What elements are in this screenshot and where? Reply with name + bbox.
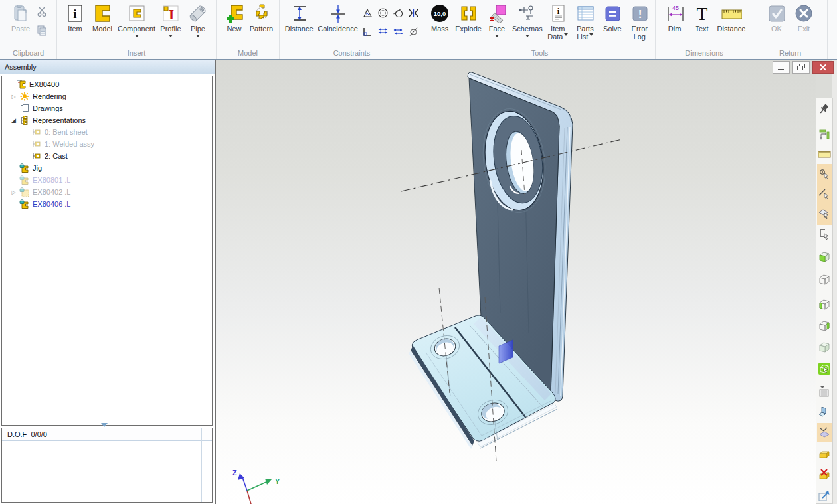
part-locked-faded-icon (19, 175, 30, 185)
diameter-constraint-button[interactable] (406, 22, 421, 41)
tree-item-jig[interactable]: Jig (2, 162, 212, 174)
viewport-3d[interactable]: Z Y (215, 60, 816, 504)
distance-constraint-icon (288, 3, 310, 24)
group-label-clipboard: Clipboard (1, 48, 55, 59)
face-button[interactable]: Face (484, 2, 510, 40)
equal-distance-constraint-button[interactable] (375, 22, 391, 41)
ribbon-group-dimensions: 45 Dim T Text Distance Dimensions (656, 0, 753, 59)
perpendicular-constraint-button[interactable] (360, 22, 375, 41)
distance-constraint-button[interactable]: Distance (282, 2, 316, 33)
select-plane-icon (818, 207, 831, 220)
tree-item-ex80406[interactable]: EX80406 .L (2, 198, 212, 210)
tree-item-cast[interactable]: 2: Cast (2, 150, 212, 162)
angle-constraint-button[interactable] (360, 3, 375, 22)
explode-button[interactable]: Explode (454, 2, 483, 33)
pipe-icon (187, 3, 209, 24)
distance-measure-button[interactable]: Distance (716, 2, 747, 33)
tree-item-welded-assy[interactable]: 1: Welded assy (2, 138, 212, 150)
shaded-box-button[interactable] (818, 341, 831, 354)
group-label-insert: Insert (58, 48, 215, 59)
bracket-part-button[interactable] (818, 406, 831, 419)
coincidence-icon (327, 3, 348, 24)
tree-item-ex80801[interactable]: EX80801 .L (2, 174, 212, 186)
face-dropdown-icon[interactable] (495, 35, 499, 39)
close-button[interactable] (812, 61, 834, 74)
text-button[interactable]: T Text (689, 2, 715, 33)
parts-list-button[interactable]: Parts List (572, 2, 599, 41)
bin-button[interactable] (818, 448, 831, 462)
item-button[interactable]: i Item (62, 2, 88, 33)
dim-button[interactable]: 45 Dim (662, 2, 688, 33)
expander-collapsed-icon[interactable]: ▷ (8, 94, 19, 100)
wire-box-button[interactable] (818, 273, 831, 286)
ok-button[interactable]: OK (763, 2, 790, 33)
exit-button[interactable]: Exit (790, 2, 817, 33)
pattern-button[interactable]: Pattern (248, 2, 275, 33)
restore-button[interactable] (792, 61, 810, 74)
constraint-mini-grid (360, 3, 421, 41)
svg-text:45: 45 (672, 5, 679, 11)
schemas-button[interactable]: Schemas (511, 2, 544, 40)
parts-list-dropdown-icon (589, 33, 593, 38)
tree-item-rendering[interactable]: ▷ Rendering (2, 90, 212, 102)
tree-item-ex80402[interactable]: ▷ EX80402 .L (2, 186, 212, 198)
tangent-constraint-button[interactable] (391, 3, 406, 22)
copy-button[interactable] (35, 23, 49, 37)
svg-text:I: I (169, 7, 174, 23)
tree-item-bent-sheet[interactable]: 0: Bent sheet (2, 126, 212, 138)
assembly-doc-icon (16, 79, 27, 90)
bin-delete-button[interactable] (818, 468, 831, 481)
model-button[interactable]: Model (89, 2, 116, 33)
component-dropdown-icon[interactable] (135, 35, 139, 39)
solid-green-box-button[interactable] (818, 250, 831, 264)
box-left-face-button[interactable] (818, 298, 831, 311)
expand-arrow-button[interactable] (818, 489, 831, 503)
tree-item-drawings[interactable]: Drawings (2, 102, 212, 114)
expander-collapsed-icon[interactable]: ▷ (8, 189, 19, 195)
component-button[interactable]: Component (116, 2, 157, 40)
pipe-button[interactable]: Pipe (185, 2, 211, 40)
paste-button[interactable]: Paste (7, 2, 34, 33)
parallel-constraint-button[interactable] (391, 22, 406, 41)
ribbon-group-return: OK Exit Return (753, 0, 828, 59)
box-right-face-button[interactable] (818, 319, 831, 333)
pipe-dropdown-icon[interactable] (196, 35, 200, 39)
concentric-constraint-button[interactable] (375, 3, 391, 22)
component-icon (126, 3, 147, 24)
tree-item-representations[interactable]: ◢ Representations (2, 114, 212, 126)
schemas-dropdown-icon[interactable] (525, 35, 529, 39)
tree-item-ex80400[interactable]: EX80400 (2, 78, 212, 90)
solve-button[interactable]: Solve (599, 2, 626, 33)
exit-icon (793, 3, 814, 24)
select-profile-button[interactable] (818, 228, 831, 241)
coincidence-constraint-button[interactable]: Coincidence (316, 2, 359, 33)
selection-list-button[interactable] (818, 384, 831, 398)
symmetry-constraint-button[interactable] (406, 3, 421, 22)
representation-item-icon (31, 127, 42, 137)
ruler-tool-button[interactable] (818, 147, 831, 161)
new-model-button[interactable]: New (221, 2, 248, 33)
flip-direction-button[interactable] (818, 128, 831, 141)
pin-button[interactable] (818, 103, 831, 116)
item-data-dropdown-icon (564, 33, 568, 38)
dynamic-select-button[interactable] (818, 362, 831, 375)
part-hatched-faded-icon (19, 187, 30, 197)
select-plane-button[interactable] (818, 207, 831, 220)
mass-button[interactable]: 10,0 Mass (426, 2, 453, 33)
profile-dropdown-icon[interactable] (169, 35, 173, 39)
cut-button[interactable] (35, 4, 49, 19)
error-log-button[interactable]: ! Error Log (626, 2, 653, 41)
item-data-button[interactable]: i Item Data (545, 2, 571, 41)
select-point-button[interactable] (818, 167, 831, 181)
paste-icon (10, 3, 31, 24)
face-icon (486, 3, 508, 24)
profile-button[interactable]: I Profile (157, 2, 184, 40)
symmetry-constraint-icon (408, 7, 419, 19)
expander-expanded-icon[interactable]: ◢ (8, 117, 19, 124)
sketch-plane-button[interactable] (818, 426, 831, 439)
select-line-button[interactable] (818, 187, 831, 201)
panel-splitter-handle[interactable] (101, 423, 108, 427)
new-model-icon (224, 3, 245, 24)
ruler-tool-icon (818, 147, 831, 161)
minimize-button[interactable] (773, 61, 790, 74)
